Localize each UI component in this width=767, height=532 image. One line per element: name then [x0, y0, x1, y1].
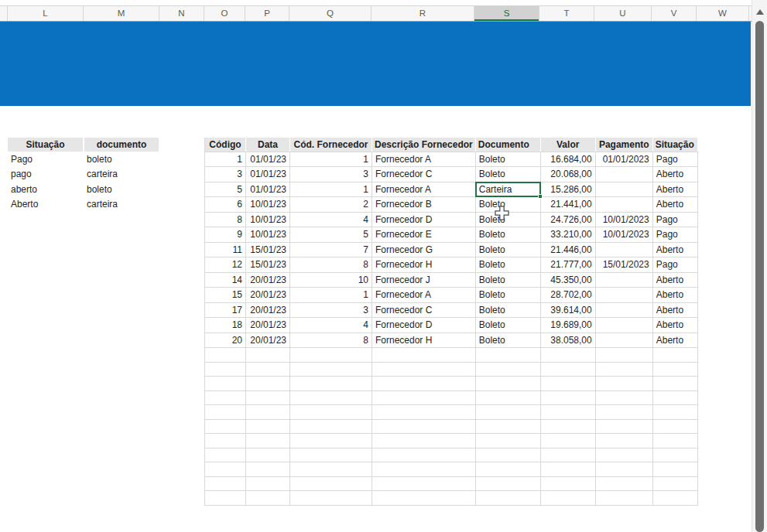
- empty-cell[interactable]: [595, 405, 652, 420]
- table-cell[interactable]: 20/01/23: [246, 288, 290, 303]
- empty-cell[interactable]: [372, 377, 476, 391]
- empty-cell[interactable]: [652, 405, 697, 420]
- table-cell[interactable]: Aberto: [652, 242, 697, 257]
- table-cell[interactable]: 8: [290, 257, 372, 273]
- table-cell[interactable]: 1: [290, 152, 372, 167]
- empty-cell[interactable]: [205, 448, 246, 462]
- empty-cell[interactable]: [595, 448, 652, 462]
- table-cell[interactable]: 10: [290, 272, 372, 288]
- table-cell[interactable]: Fornecedor A: [372, 288, 476, 303]
- empty-cell[interactable]: [246, 377, 290, 391]
- empty-cell[interactable]: [595, 348, 652, 363]
- table-cell[interactable]: 1: [205, 152, 246, 167]
- empty-cell[interactable]: [246, 419, 290, 434]
- lookup-cell[interactable]: pago: [8, 167, 84, 182]
- table-cell[interactable]: 1: [290, 182, 372, 197]
- table-header-c-digo[interactable]: Código: [205, 138, 246, 152]
- column-header-P[interactable]: P: [245, 6, 289, 21]
- table-cell[interactable]: [595, 272, 652, 288]
- table-cell[interactable]: 24.726,00: [540, 212, 595, 227]
- table-cell[interactable]: 10/01/23: [246, 197, 290, 213]
- table-cell[interactable]: [595, 197, 652, 213]
- empty-cell[interactable]: [595, 462, 652, 477]
- empty-cell[interactable]: [475, 348, 540, 363]
- column-header-L[interactable]: L: [8, 6, 84, 21]
- empty-cell[interactable]: [290, 348, 372, 363]
- table-header-situa-o[interactable]: Situação: [652, 138, 697, 152]
- empty-cell[interactable]: [475, 491, 540, 506]
- table-cell[interactable]: 8: [290, 332, 372, 348]
- empty-cell[interactable]: [652, 476, 697, 491]
- table-cell[interactable]: 2: [290, 197, 372, 213]
- column-header-M[interactable]: M: [84, 6, 159, 21]
- empty-cell[interactable]: [246, 362, 290, 377]
- table-cell[interactable]: Boleto: [475, 302, 540, 318]
- table-cell[interactable]: 19.689,00: [540, 318, 595, 333]
- table-cell[interactable]: 21.441,00: [540, 197, 595, 213]
- table-cell[interactable]: Fornecedor J: [372, 272, 476, 288]
- table-cell[interactable]: 10/01/23: [246, 227, 290, 243]
- empty-cell[interactable]: [595, 390, 652, 405]
- table-cell[interactable]: [595, 167, 652, 182]
- empty-cell[interactable]: [246, 476, 290, 491]
- empty-cell[interactable]: [246, 491, 290, 506]
- table-cell[interactable]: 15/01/2023: [595, 257, 652, 273]
- empty-cell[interactable]: [652, 491, 697, 506]
- empty-cell[interactable]: [290, 419, 372, 434]
- table-cell[interactable]: [595, 182, 652, 197]
- table-cell[interactable]: 3: [290, 302, 372, 318]
- empty-cell[interactable]: [205, 434, 246, 448]
- empty-cell[interactable]: [475, 362, 540, 377]
- empty-cell[interactable]: [290, 390, 372, 405]
- lookup-cell[interactable]: aberto: [8, 182, 84, 197]
- empty-cell[interactable]: [540, 448, 595, 462]
- table-cell[interactable]: Boleto: [475, 332, 540, 348]
- table-cell[interactable]: 21.777,00: [540, 257, 595, 273]
- table-cell[interactable]: Fornecedor G: [372, 242, 476, 257]
- empty-cell[interactable]: [372, 362, 476, 377]
- empty-cell[interactable]: [246, 405, 290, 420]
- empty-cell[interactable]: [205, 362, 246, 377]
- table-cell[interactable]: 8: [205, 212, 246, 227]
- table-cell[interactable]: 5: [290, 227, 372, 243]
- empty-cell[interactable]: [475, 434, 540, 448]
- empty-cell[interactable]: [205, 491, 246, 506]
- table-cell[interactable]: 16.684,00: [540, 152, 595, 167]
- table-cell[interactable]: Aberto: [652, 332, 697, 348]
- empty-cell[interactable]: [540, 462, 595, 477]
- empty-cell[interactable]: [205, 377, 246, 391]
- empty-cell[interactable]: [652, 348, 697, 363]
- empty-cell[interactable]: [595, 476, 652, 491]
- table-cell[interactable]: Fornecedor D: [372, 318, 476, 333]
- table-cell[interactable]: 20.068,00: [540, 167, 595, 182]
- table-cell[interactable]: 12: [205, 257, 246, 273]
- empty-cell[interactable]: [540, 405, 595, 420]
- table-cell[interactable]: Boleto: [475, 272, 540, 288]
- empty-cell[interactable]: [595, 362, 652, 377]
- empty-cell[interactable]: [475, 405, 540, 420]
- empty-cell[interactable]: [372, 476, 476, 491]
- table-cell[interactable]: 15/01/23: [246, 257, 290, 273]
- empty-cell[interactable]: [372, 434, 476, 448]
- table-cell[interactable]: [595, 318, 652, 333]
- table-cell[interactable]: 39.614,00: [540, 302, 595, 318]
- table-header-descri-o-fornecedor[interactable]: Descrição Fornecedor: [372, 138, 476, 152]
- table-cell[interactable]: Fornecedor H: [372, 332, 476, 348]
- table-cell[interactable]: Fornecedor A: [372, 182, 476, 197]
- empty-cell[interactable]: [540, 419, 595, 434]
- empty-cell[interactable]: [290, 434, 372, 448]
- empty-cell[interactable]: [540, 476, 595, 491]
- empty-cell[interactable]: [372, 405, 476, 420]
- empty-cell[interactable]: [595, 491, 652, 506]
- table-cell[interactable]: 01/01/2023: [595, 152, 652, 167]
- fill-handle[interactable]: [538, 194, 543, 199]
- table-cell[interactable]: 45.350,00: [540, 272, 595, 288]
- table-header-documento[interactable]: Documento: [475, 138, 540, 152]
- table-cell[interactable]: Fornecedor E: [372, 227, 476, 243]
- empty-cell[interactable]: [372, 348, 476, 363]
- table-cell[interactable]: Boleto: [475, 257, 540, 273]
- empty-cell[interactable]: [246, 448, 290, 462]
- empty-cell[interactable]: [290, 377, 372, 391]
- lookup-cell[interactable]: boleto: [84, 152, 159, 167]
- table-cell[interactable]: 20/01/23: [246, 302, 290, 318]
